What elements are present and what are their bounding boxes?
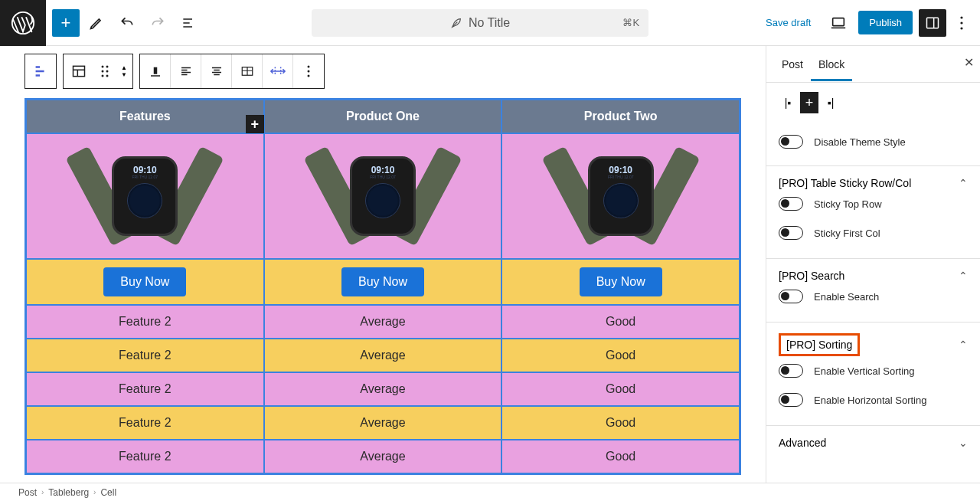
table-cell[interactable]: Buy Now <box>26 259 264 305</box>
chevron-up-icon: ⌃ <box>959 270 968 282</box>
table-cell-image[interactable]: 09:10FRI THU 12.07 <box>264 133 502 259</box>
close-sidebar-icon[interactable]: ✕ <box>964 55 974 70</box>
table-header[interactable]: Product Two <box>501 100 740 133</box>
table-cell[interactable]: Good <box>501 305 740 339</box>
watch-image: 09:10FRI THU 12.07 <box>554 139 688 254</box>
table-cell-image[interactable]: 09:10FRI THU 12.07 <box>26 133 264 259</box>
more-menu-icon[interactable] <box>952 9 971 37</box>
table-cell[interactable]: Average <box>264 406 502 440</box>
breadcrumb-item[interactable]: Post <box>18 487 37 498</box>
document-title-bar[interactable]: No Title ⌘K <box>312 9 648 37</box>
svg-point-15 <box>308 66 310 68</box>
toggle-disable-theme[interactable] <box>779 135 803 149</box>
chevron-up-icon: ⌃ <box>959 339 968 351</box>
section-sorting[interactable]: [PRO] Sorting ⌃ <box>779 333 968 356</box>
align-before-icon[interactable]: |▪ <box>779 92 797 113</box>
table-cell[interactable]: Average <box>264 305 502 339</box>
table-cell[interactable]: Average <box>264 339 502 372</box>
edit-icon[interactable] <box>83 9 110 37</box>
svg-rect-13 <box>154 68 156 74</box>
table-cell[interactable]: Feature 2 <box>26 339 264 372</box>
tool-align-center[interactable] <box>201 54 232 88</box>
svg-point-12 <box>106 75 109 77</box>
svg-point-16 <box>308 70 310 73</box>
toggle-vertical-sorting[interactable] <box>779 364 803 378</box>
table-header[interactable]: Product One <box>264 100 502 133</box>
svg-rect-6 <box>74 66 85 76</box>
redo-button[interactable] <box>144 9 172 37</box>
svg-point-17 <box>308 75 310 77</box>
table-cell[interactable]: Good <box>501 406 740 440</box>
watch-image: 09:10FRI THU 12.07 <box>316 139 449 254</box>
comparison-table[interactable]: Features + Product One Product Two 09:10… <box>24 98 741 475</box>
svg-point-9 <box>102 70 104 73</box>
tab-post[interactable]: Post <box>774 47 811 81</box>
save-draft-button[interactable]: Save draft <box>758 12 818 33</box>
svg-rect-1 <box>833 18 844 25</box>
align-insert-icon[interactable]: + <box>800 92 818 113</box>
buy-now-button[interactable]: Buy Now <box>103 267 186 296</box>
svg-point-11 <box>102 75 104 77</box>
tool-align-left[interactable] <box>171 54 201 88</box>
tool-move-arrows[interactable]: ▲▼ <box>116 54 132 88</box>
kbd-hint: ⌘K <box>622 17 639 28</box>
sidebar-toggle-button[interactable] <box>919 9 946 37</box>
doc-title: No Title <box>469 16 510 30</box>
tab-block[interactable]: Block <box>811 47 852 81</box>
wordpress-logo[interactable] <box>0 0 46 46</box>
section-sticky[interactable]: [PRO] Table Sticky Row/Col ⌃ <box>779 177 968 189</box>
feather-icon <box>450 17 462 29</box>
tool-table-icon[interactable] <box>232 54 263 88</box>
table-cell[interactable]: Feature 2 <box>26 440 264 473</box>
table-cell[interactable]: Good <box>501 339 740 372</box>
breadcrumb-item[interactable]: Tableberg <box>48 487 89 498</box>
chevron-right-icon: › <box>41 488 44 496</box>
chevron-right-icon: › <box>93 488 96 496</box>
publish-button[interactable]: Publish <box>858 11 913 34</box>
table-cell[interactable]: Average <box>264 372 502 406</box>
tool-block-icon[interactable] <box>25 54 56 88</box>
toggle-enable-search[interactable] <box>779 290 803 303</box>
tool-more-icon[interactable] <box>293 54 324 88</box>
settings-sidebar: Post Block ✕ |▪ + ▪| Disable Theme Style… <box>766 46 980 483</box>
buy-now-button[interactable]: Buy Now <box>580 267 662 296</box>
tool-layout-icon[interactable] <box>64 54 94 88</box>
undo-button[interactable] <box>113 9 141 37</box>
block-toolbar: ▲▼ <box>24 54 766 89</box>
breadcrumb: Post › Tableberg › Cell <box>0 483 980 501</box>
tool-drag-icon[interactable] <box>94 54 116 88</box>
table-cell[interactable]: Good <box>501 372 740 406</box>
svg-point-8 <box>106 66 109 68</box>
section-search[interactable]: [PRO] Search ⌃ <box>779 270 968 282</box>
table-header[interactable]: Features + <box>26 100 264 133</box>
add-block-button[interactable]: + <box>52 9 80 37</box>
tool-valign-bottom[interactable] <box>140 54 171 88</box>
buy-now-button[interactable]: Buy Now <box>341 267 424 296</box>
table-cell[interactable]: Buy Now <box>264 259 502 305</box>
table-cell[interactable]: Feature 2 <box>26 372 264 406</box>
toggle-label: Disable Theme Style <box>814 136 906 148</box>
svg-point-10 <box>106 70 109 73</box>
table-cell[interactable]: Good <box>501 440 740 473</box>
toggle-sticky-top-row[interactable] <box>779 197 803 211</box>
toggle-horizontal-sorting[interactable] <box>779 393 803 407</box>
tool-width-icon[interactable] <box>263 54 293 88</box>
watch-image: 09:10FRI THU 12.07 <box>78 139 211 254</box>
svg-point-5 <box>960 27 962 29</box>
add-column-button[interactable]: + <box>246 115 264 133</box>
breadcrumb-item[interactable]: Cell <box>100 487 116 498</box>
section-advanced[interactable]: Advanced ⌄ <box>779 437 968 449</box>
table-cell[interactable]: Feature 2 <box>26 305 264 339</box>
svg-point-7 <box>102 66 104 68</box>
chevron-up-icon: ⌃ <box>959 177 968 189</box>
table-cell[interactable]: Average <box>264 440 502 473</box>
view-laptop-icon[interactable] <box>825 9 852 37</box>
table-cell[interactable]: Buy Now <box>501 259 740 305</box>
table-cell[interactable]: Feature 2 <box>26 406 264 440</box>
table-cell-image[interactable]: 09:10FRI THU 12.07 <box>501 133 740 259</box>
toggle-sticky-first-col[interactable] <box>779 226 803 240</box>
insert-position-row: |▪ + ▪| <box>779 92 968 113</box>
align-after-icon[interactable]: ▪| <box>822 92 840 113</box>
svg-point-4 <box>960 21 962 24</box>
outline-icon[interactable] <box>175 9 202 37</box>
